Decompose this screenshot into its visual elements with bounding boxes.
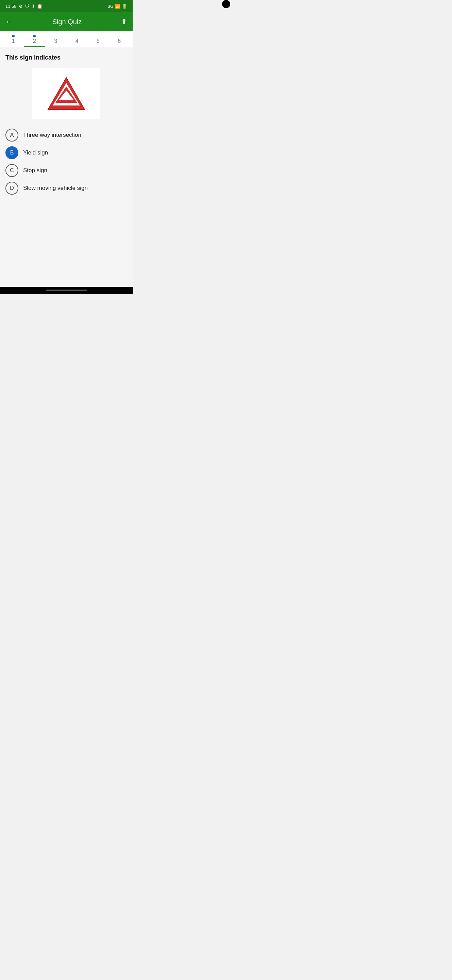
tab-bar: 1 2 3 4 5 6	[0, 31, 133, 47]
option-b-circle: B	[5, 146, 18, 159]
tab-5-label: 5	[97, 38, 100, 44]
tab-5[interactable]: 5	[87, 35, 108, 47]
tab-1[interactable]: 1	[3, 31, 24, 47]
status-left: 11:58 ⚙ 🛡 ⬇ 📋	[5, 4, 43, 9]
option-c-label: Stop sign	[23, 167, 47, 174]
option-b[interactable]: B Yield sign	[5, 146, 127, 159]
option-a-label: Three way intersection	[23, 132, 81, 138]
tab-2-underline	[24, 46, 45, 47]
app-bar: ← Sign Quiz ⬆	[0, 12, 133, 31]
status-right: 3G 📶 🔋	[108, 4, 127, 9]
option-d[interactable]: D Slow moving vehicle sign	[5, 182, 127, 195]
tab-4[interactable]: 4	[66, 35, 87, 47]
sim-icon: 📋	[37, 4, 43, 9]
tab-4-label: 4	[76, 38, 79, 44]
settings-icon: ⚙	[19, 4, 23, 9]
tab-2[interactable]: 2	[24, 31, 45, 47]
option-d-circle: D	[5, 182, 18, 195]
option-a-circle: A	[5, 129, 18, 142]
yield-sign-image	[46, 75, 87, 112]
options-list: A Three way intersection B Yield sign C …	[5, 127, 127, 196]
option-a[interactable]: A Three way intersection	[5, 129, 127, 142]
tab-3[interactable]: 3	[45, 35, 66, 47]
tab-6-label: 6	[118, 38, 121, 44]
time: 11:58	[5, 4, 17, 9]
question-title: This sign indicates	[5, 54, 127, 61]
sign-image-container	[32, 68, 100, 119]
status-bar: 11:58 ⚙ 🛡 ⬇ 📋 3G 📶 🔋	[0, 0, 133, 12]
shield-icon: 🛡	[25, 4, 29, 9]
nav-bar-handle	[46, 290, 87, 291]
tab-1-label: 1	[12, 38, 15, 44]
tab-1-dot	[12, 35, 14, 37]
back-button[interactable]: ←	[5, 18, 13, 26]
option-d-label: Slow moving vehicle sign	[23, 185, 88, 192]
tab-6[interactable]: 6	[109, 35, 130, 47]
option-c-circle: C	[5, 164, 18, 177]
signal-icon: 📶	[115, 4, 121, 9]
nav-bar	[0, 287, 133, 294]
upload-button[interactable]: ⬆	[121, 18, 127, 26]
battery-icon: 🔋	[122, 4, 127, 9]
option-c[interactable]: C Stop sign	[5, 164, 127, 177]
tab-2-label: 2	[33, 38, 36, 44]
tab-3-label: 3	[54, 38, 57, 44]
main-content: This sign indicates A Three way intersec…	[0, 47, 133, 287]
network-label: 3G	[108, 4, 114, 9]
option-b-label: Yield sign	[23, 150, 48, 156]
app-bar-title: Sign Quiz	[52, 18, 82, 26]
tab-2-dot	[33, 35, 36, 37]
download-icon: ⬇	[31, 4, 35, 9]
